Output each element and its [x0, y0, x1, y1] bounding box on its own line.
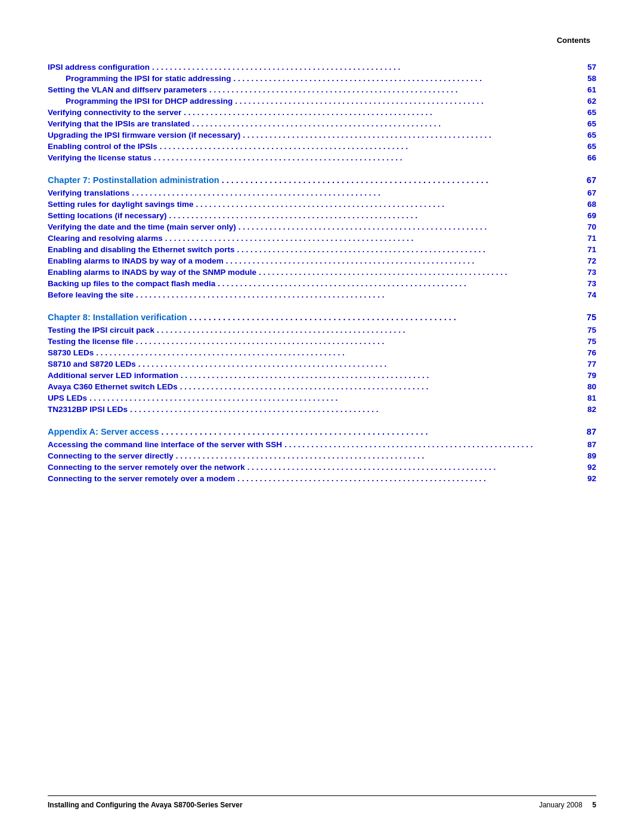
toc-dots-testing-license-file: . . . . . . . . . . . . . . . . . . . . …	[136, 337, 577, 346]
toc-dots-chapter7: . . . . . . . . . . . . . . . . . . . . …	[222, 175, 577, 185]
toc-title-setting-vlan-diffserv: Setting the VLAN and diffserv parameters	[48, 85, 207, 94]
toc-entry-connecting-directly[interactable]: Connecting to the server directly . . . …	[48, 451, 596, 460]
toc-page-appendixa: 87	[580, 427, 596, 436]
footer-title: Installing and Configuring the Avaya S87…	[48, 801, 243, 809]
toc-entry-clearing-resolving-alarms[interactable]: Clearing and resolving alarms . . . . . …	[48, 234, 596, 243]
toc-title-verifying-translations: Verifying translations	[48, 188, 129, 197]
toc-container: IPSI address configuration . . . . . . .…	[48, 63, 596, 483]
toc-entry-backing-up-files[interactable]: Backing up files to the compact flash me…	[48, 279, 596, 288]
toc-entry-s8730-leds[interactable]: S8730 LEDs . . . . . . . . . . . . . . .…	[48, 348, 596, 357]
toc-dots-connecting-remotely-network: . . . . . . . . . . . . . . . . . . . . …	[247, 463, 577, 472]
toc-title-s8710-s8720-leds: S8710 and S8720 LEDs	[48, 360, 136, 368]
toc-title-verifying-license-status: Verifying the license status	[48, 153, 151, 162]
toc-page-testing-license-file: 75	[580, 337, 596, 346]
toc-dots-verifying-license-status: . . . . . . . . . . . . . . . . . . . . …	[154, 153, 577, 162]
toc-dots-testing-ipsi-circuit: . . . . . . . . . . . . . . . . . . . . …	[157, 326, 577, 335]
toc-dots-programming-ipsi-static: . . . . . . . . . . . . . . . . . . . . …	[234, 74, 577, 83]
toc-title-additional-server-led: Additional server LED information	[48, 371, 178, 380]
toc-title-setting-locations: Setting locations (if necessary)	[48, 211, 167, 220]
toc-page-ups-leds: 81	[580, 394, 596, 402]
toc-page-accessing-cli-ssh: 87	[580, 440, 596, 449]
toc-page-clearing-resolving-alarms: 71	[580, 234, 596, 243]
toc-title-backing-up-files: Backing up files to the compact flash me…	[48, 279, 215, 288]
toc-dots-enabling-alarms-inads-snmp: . . . . . . . . . . . . . . . . . . . . …	[259, 268, 577, 277]
toc-entry-verifying-date-time[interactable]: Verifying the date and the time (main se…	[48, 222, 596, 231]
toc-page-chapter8: 75	[580, 312, 596, 322]
toc-entry-programming-ipsi-dhcp[interactable]: Programming the IPSI for DHCP addressing…	[48, 97, 596, 106]
toc-entry-enabling-alarms-inads-modem[interactable]: Enabling alarms to INADS by way of a mod…	[48, 256, 596, 265]
toc-dots-verifying-translations: . . . . . . . . . . . . . . . . . . . . …	[132, 188, 577, 197]
toc-page-enabling-disabling-ethernet: 71	[580, 245, 596, 254]
toc-page-setting-vlan-diffserv: 61	[580, 85, 596, 94]
toc-title-setting-rules-dst: Setting rules for daylight savings time	[48, 200, 194, 209]
toc-entry-avaya-c360-leds[interactable]: Avaya C360 Ethernet switch LEDs . . . . …	[48, 382, 596, 391]
toc-entry-chapter7[interactable]: Chapter 7: Postinstallation administrati…	[48, 175, 596, 185]
toc-entry-ups-leds[interactable]: UPS LEDs . . . . . . . . . . . . . . . .…	[48, 394, 596, 402]
toc-title-enabling-alarms-inads-snmp: Enabling alarms to INADS by way of the S…	[48, 268, 256, 277]
toc-page-verifying-connectivity: 65	[580, 108, 596, 117]
toc-entry-connecting-remotely-modem[interactable]: Connecting to the server remotely over a…	[48, 474, 596, 483]
toc-dots-chapter8: . . . . . . . . . . . . . . . . . . . . …	[190, 312, 577, 322]
toc-entry-setting-rules-dst[interactable]: Setting rules for daylight savings time …	[48, 200, 596, 209]
toc-title-enabling-control-ipsis: Enabling control of the IPSIs	[48, 142, 157, 151]
toc-title-tn2312bp-leds: TN2312BP IPSI LEDs	[48, 405, 128, 414]
toc-entry-verifying-ipsis-translated[interactable]: Verifying that the IPSIs are translated …	[48, 119, 596, 128]
toc-entry-enabling-disabling-ethernet[interactable]: Enabling and disabling the Ethernet swit…	[48, 245, 596, 254]
toc-page-s8710-s8720-leds: 77	[580, 360, 596, 368]
toc-dots-appendixa: . . . . . . . . . . . . . . . . . . . . …	[161, 427, 577, 436]
toc-entry-setting-locations[interactable]: Setting locations (if necessary) . . . .…	[48, 211, 596, 220]
toc-entry-enabling-control-ipsis[interactable]: Enabling control of the IPSIs . . . . . …	[48, 142, 596, 151]
toc-entry-verifying-license-status[interactable]: Verifying the license status . . . . . .…	[48, 153, 596, 162]
toc-page-programming-ipsi-static: 58	[580, 74, 596, 83]
toc-entry-verifying-connectivity[interactable]: Verifying connectivity to the server . .…	[48, 108, 596, 117]
contents-header: Contents	[48, 36, 596, 45]
toc-dots-setting-vlan-diffserv: . . . . . . . . . . . . . . . . . . . . …	[209, 85, 577, 94]
toc-page-connecting-directly: 89	[580, 451, 596, 460]
toc-title-connecting-remotely-modem: Connecting to the server remotely over a…	[48, 474, 235, 483]
toc-title-verifying-date-time: Verifying the date and the time (main se…	[48, 222, 236, 231]
toc-dots-enabling-control-ipsis: . . . . . . . . . . . . . . . . . . . . …	[160, 142, 577, 151]
toc-title-s8730-leds: S8730 LEDs	[48, 348, 94, 357]
footer-page: 5	[592, 801, 596, 809]
toc-dots-avaya-c360-leds: . . . . . . . . . . . . . . . . . . . . …	[180, 382, 577, 391]
toc-title-chapter8: Chapter 8: Installation verification	[48, 312, 187, 322]
toc-dots-additional-server-led: . . . . . . . . . . . . . . . . . . . . …	[181, 371, 577, 380]
toc-entry-accessing-cli-ssh[interactable]: Accessing the command line interface of …	[48, 440, 596, 449]
toc-page-enabling-alarms-inads-snmp: 73	[580, 268, 596, 277]
toc-entry-tn2312bp-leds[interactable]: TN2312BP IPSI LEDs . . . . . . . . . . .…	[48, 405, 596, 414]
toc-dots-setting-locations: . . . . . . . . . . . . . . . . . . . . …	[169, 211, 577, 220]
toc-title-before-leaving-site: Before leaving the site	[48, 290, 134, 299]
toc-entry-additional-server-led[interactable]: Additional server LED information . . . …	[48, 371, 596, 380]
toc-entry-chapter8[interactable]: Chapter 8: Installation verification . .…	[48, 312, 596, 322]
toc-page-before-leaving-site: 74	[580, 290, 596, 299]
toc-dots-s8730-leds: . . . . . . . . . . . . . . . . . . . . …	[96, 348, 577, 357]
toc-dots-backing-up-files: . . . . . . . . . . . . . . . . . . . . …	[218, 279, 577, 288]
toc-dots-s8710-s8720-leds: . . . . . . . . . . . . . . . . . . . . …	[138, 360, 577, 368]
toc-page-verifying-date-time: 70	[580, 222, 596, 231]
toc-entry-appendixa[interactable]: Appendix A: Server access . . . . . . . …	[48, 427, 596, 436]
toc-dots-programming-ipsi-dhcp: . . . . . . . . . . . . . . . . . . . . …	[235, 97, 577, 106]
toc-entry-ipsi-address-config[interactable]: IPSI address configuration . . . . . . .…	[48, 63, 596, 72]
toc-dots-upgrading-ipsi-firmware: . . . . . . . . . . . . . . . . . . . . …	[243, 131, 577, 140]
toc-title-accessing-cli-ssh: Accessing the command line interface of …	[48, 440, 282, 449]
toc-page-programming-ipsi-dhcp: 62	[580, 97, 596, 106]
toc-entry-verifying-translations[interactable]: Verifying translations . . . . . . . . .…	[48, 188, 596, 197]
toc-entry-enabling-alarms-inads-snmp[interactable]: Enabling alarms to INADS by way of the S…	[48, 268, 596, 277]
toc-dots-verifying-date-time: . . . . . . . . . . . . . . . . . . . . …	[239, 222, 577, 231]
toc-dots-verifying-ipsis-translated: . . . . . . . . . . . . . . . . . . . . …	[193, 119, 577, 128]
toc-entry-connecting-remotely-network[interactable]: Connecting to the server remotely over t…	[48, 463, 596, 472]
toc-entry-testing-ipsi-circuit[interactable]: Testing the IPSI circuit pack . . . . . …	[48, 326, 596, 335]
toc-page-upgrading-ipsi-firmware: 65	[580, 131, 596, 140]
toc-entry-setting-vlan-diffserv[interactable]: Setting the VLAN and diffserv parameters…	[48, 85, 596, 94]
toc-page-additional-server-led: 79	[580, 371, 596, 380]
toc-entry-s8710-s8720-leds[interactable]: S8710 and S8720 LEDs . . . . . . . . . .…	[48, 360, 596, 368]
toc-title-connecting-directly: Connecting to the server directly	[48, 451, 174, 460]
toc-title-enabling-alarms-inads-modem: Enabling alarms to INADS by way of a mod…	[48, 256, 224, 265]
toc-entry-programming-ipsi-static[interactable]: Programming the IPSI for static addressi…	[48, 74, 596, 83]
toc-entry-upgrading-ipsi-firmware[interactable]: Upgrading the IPSI firmware version (if …	[48, 131, 596, 140]
toc-page-verifying-license-status: 66	[580, 153, 596, 162]
toc-entry-testing-license-file[interactable]: Testing the license file . . . . . . . .…	[48, 337, 596, 346]
toc-entry-before-leaving-site[interactable]: Before leaving the site . . . . . . . . …	[48, 290, 596, 299]
toc-page-enabling-alarms-inads-modem: 72	[580, 256, 596, 265]
toc-page-enabling-control-ipsis: 65	[580, 142, 596, 151]
